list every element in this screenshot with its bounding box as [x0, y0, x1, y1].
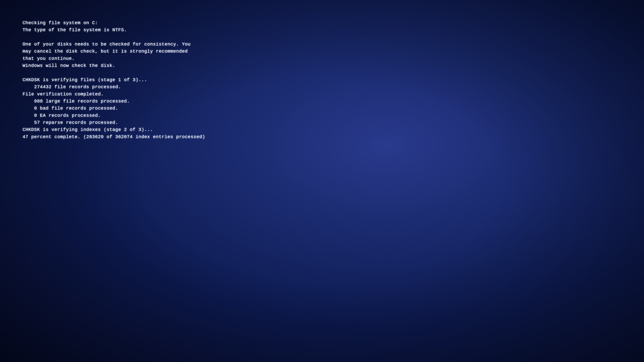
- terminal-output: Checking file system on C:The type of th…: [22, 20, 205, 140]
- terminal-line: 274432 file records processed.: [22, 84, 205, 90]
- terminal-line: 988 large file records processed.: [22, 98, 205, 105]
- terminal-line: 0 EA records processed.: [22, 112, 205, 119]
- terminal-line: may cancel the disk check, but it is str…: [22, 48, 205, 55]
- terminal-line: 47 percent complete. (283629 of 362074 i…: [22, 133, 205, 140]
- terminal-line: 57 reparse records processed.: [22, 119, 205, 126]
- terminal-line: The type of the file system is NTFS.: [22, 26, 205, 34]
- terminal-blank-line: [22, 69, 205, 76]
- terminal-line: CHKDSK is verifying indexes (stage 2 of …: [22, 126, 205, 133]
- terminal-line: One of your disks needs to be checked fo…: [22, 41, 205, 48]
- terminal-line: 0 bad file records processed.: [22, 105, 205, 112]
- terminal-line: that you continue.: [22, 55, 205, 62]
- terminal-line: Windows will now check the disk.: [22, 62, 205, 69]
- terminal-blank-line: [22, 34, 205, 40]
- terminal-line: Checking file system on C:: [22, 20, 205, 26]
- terminal-line: File verification completed.: [22, 91, 205, 98]
- terminal-line: CHKDSK is verifying files (stage 1 of 3)…: [22, 76, 205, 84]
